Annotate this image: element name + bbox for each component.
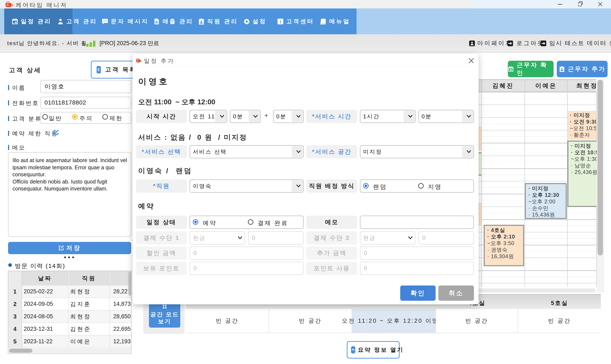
svg-text:C: C (7, 3, 9, 7)
svg-text:C: C (137, 60, 139, 62)
